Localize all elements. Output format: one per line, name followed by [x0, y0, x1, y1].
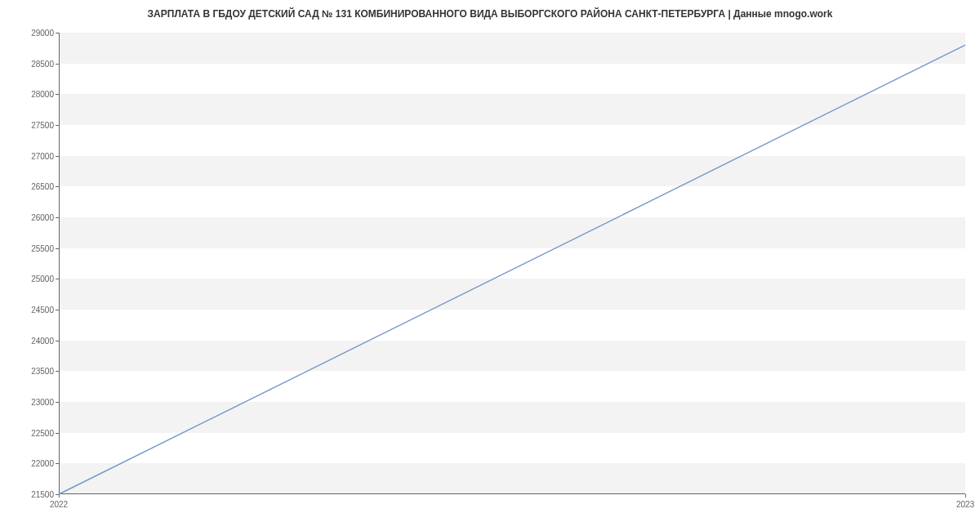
y-tick-label: 23500 [13, 367, 54, 376]
y-tick-label: 26000 [13, 213, 54, 222]
y-tick-label: 29000 [13, 29, 54, 38]
y-tick-label: 22500 [13, 428, 54, 437]
y-tick-label: 26500 [13, 182, 54, 191]
axis-labels: 2150022000225002300023500240002450025000… [59, 33, 965, 494]
x-tick [59, 494, 60, 498]
x-tick [965, 494, 966, 498]
y-tick-label: 23000 [13, 398, 54, 407]
y-tick-label: 28000 [13, 90, 54, 99]
y-tick-label: 24000 [13, 336, 54, 345]
y-tick-label: 21500 [13, 490, 54, 499]
y-tick-label: 27500 [13, 121, 54, 130]
y-tick-label: 24500 [13, 306, 54, 315]
x-tick-label: 2022 [50, 500, 68, 509]
chart-title: ЗАРПЛАТА В ГБДОУ ДЕТСКИЙ САД № 131 КОМБИ… [0, 0, 980, 28]
y-tick-label: 25000 [13, 274, 54, 283]
y-tick-label: 25500 [13, 243, 54, 252]
y-tick-label: 27000 [13, 151, 54, 160]
x-tick-label: 2023 [956, 500, 974, 509]
y-tick-label: 28500 [13, 59, 54, 68]
y-tick-label: 22000 [13, 459, 54, 468]
